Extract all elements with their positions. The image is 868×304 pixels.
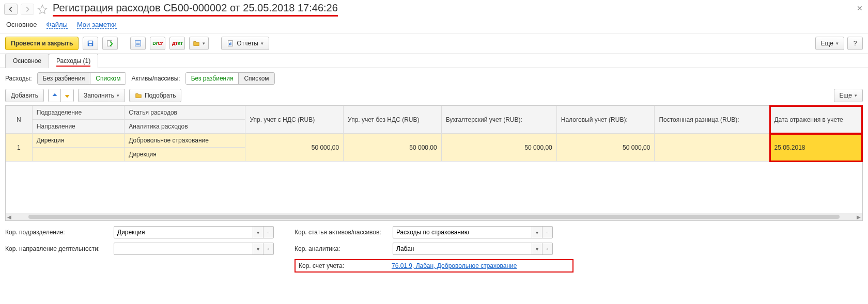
col-expense-analytics[interactable]: Аналитика расходов bbox=[125, 120, 245, 134]
more-label: Еще bbox=[821, 40, 833, 47]
cell-reflection-date[interactable]: 25.05.2018 bbox=[770, 134, 862, 162]
move-up-button[interactable] bbox=[49, 89, 61, 102]
svg-rect-10 bbox=[230, 42, 231, 45]
cell-tax[interactable]: 50 000,00 bbox=[556, 134, 655, 162]
table-more-label: Еще bbox=[840, 92, 852, 99]
post-and-close-label: Провести и закрыть bbox=[11, 40, 73, 47]
post-and-close-button[interactable]: Провести и закрыть bbox=[5, 37, 79, 50]
arrow-left-icon bbox=[7, 6, 14, 13]
corr-department-field[interactable] bbox=[114, 227, 253, 238]
col-mgmt-vat[interactable]: Упр. учет с НДС (RUB) bbox=[245, 106, 344, 134]
dtkt-icon: ДтКт bbox=[172, 41, 183, 46]
corr-asset-item-label: Кор. статья активов/пассивов: bbox=[295, 229, 388, 236]
cell-mgmt-novat[interactable]: 50 000,00 bbox=[344, 134, 442, 162]
col-expense-item[interactable]: Статья расходов bbox=[125, 106, 245, 120]
drcr-button[interactable]: DrCr bbox=[150, 37, 165, 50]
help-button[interactable]: ? bbox=[847, 37, 863, 50]
add-row-label: Добавить bbox=[11, 92, 38, 99]
cell-bookkeeping[interactable]: 50 000,00 bbox=[441, 134, 556, 162]
caret-icon: ▾ bbox=[203, 41, 205, 46]
document-title: Регистрация расходов СБ00-000002 от 25.0… bbox=[53, 2, 338, 17]
dropdown-button[interactable]: ▾ bbox=[532, 227, 542, 238]
folder-icon bbox=[193, 40, 200, 47]
table-empty-area[interactable] bbox=[6, 162, 862, 213]
post-button[interactable] bbox=[102, 37, 118, 50]
tab-main[interactable]: Основное bbox=[5, 54, 49, 68]
fill-button[interactable]: Заполнить ▾ bbox=[78, 89, 125, 102]
add-row-button[interactable]: Добавить bbox=[5, 89, 44, 102]
cell-expense-analytics[interactable]: Дирекция bbox=[125, 148, 245, 162]
open-ref-button[interactable]: ▫ bbox=[542, 243, 552, 254]
cell-department[interactable]: Дирекция bbox=[32, 134, 124, 148]
dropdown-button[interactable]: ▾ bbox=[253, 243, 263, 254]
reports-button[interactable]: Отчеты ▾ bbox=[221, 37, 269, 50]
link-tab-notes[interactable]: Мои заметки bbox=[77, 21, 117, 29]
close-button[interactable]: ✕ bbox=[857, 4, 863, 12]
col-perm-diff[interactable]: Постоянная разница (RUB): bbox=[655, 106, 770, 134]
corr-analytics-input[interactable]: ▾ ▫ bbox=[393, 243, 553, 255]
caret-icon: ▾ bbox=[836, 41, 839, 46]
horizontal-scrollbar[interactable]: ◀ ▶ bbox=[6, 213, 862, 220]
fill-label: Заполнить bbox=[84, 92, 114, 99]
save-icon bbox=[87, 40, 94, 47]
col-tax[interactable]: Налоговый учет (RUB): bbox=[556, 106, 655, 134]
assets-segment: Без разбиения Списком bbox=[185, 72, 275, 85]
assets-segment-label: Активы/пассивы: bbox=[131, 75, 180, 82]
star-icon[interactable] bbox=[37, 4, 48, 14]
table-more-button[interactable]: Еще ▾ bbox=[834, 89, 863, 102]
more-button[interactable]: Еще ▾ bbox=[815, 37, 844, 50]
tab-expenses[interactable]: Расходы (1) bbox=[49, 54, 98, 68]
corr-asset-item-field[interactable] bbox=[393, 227, 532, 238]
corr-department-label: Кор. подразделение: bbox=[5, 229, 109, 236]
corr-account-link[interactable]: 76.01.9, Лабан, Добровольное страхование bbox=[392, 262, 517, 269]
col-mgmt-novat[interactable]: Упр. учет без НДС (RUB) bbox=[344, 106, 442, 134]
dropdown-button[interactable]: ▾ bbox=[253, 227, 263, 238]
main-toolbar: Провести и закрыть DrCr ДтКт ▾ Отчеты ▾ … bbox=[0, 33, 868, 54]
cell-n[interactable]: 1 bbox=[6, 134, 32, 162]
cell-mgmt-vat[interactable]: 50 000,00 bbox=[245, 134, 344, 162]
open-ref-button[interactable]: ▫ bbox=[542, 227, 552, 238]
scroll-left-icon[interactable]: ◀ bbox=[6, 214, 13, 220]
drcr-icon: DrCr bbox=[152, 41, 163, 46]
table-row[interactable]: 1 Дирекция Добровольное страхование 50 0… bbox=[6, 134, 862, 148]
scroll-thumb[interactable] bbox=[28, 215, 840, 219]
corr-activity-field[interactable] bbox=[114, 243, 253, 254]
move-row-group bbox=[48, 89, 74, 102]
open-ref-button[interactable]: ▫ bbox=[263, 227, 273, 238]
col-n[interactable]: N bbox=[6, 106, 32, 134]
caret-icon: ▾ bbox=[855, 93, 857, 98]
cell-expense-item[interactable]: Добровольное страхование bbox=[125, 134, 245, 148]
col-bookkeeping[interactable]: Бухгалтерский учет (RUB): bbox=[441, 106, 556, 134]
col-reflection-date[interactable]: Дата отражения в учете bbox=[770, 106, 862, 134]
move-down-button[interactable] bbox=[61, 89, 73, 102]
corr-department-input[interactable]: ▾ ▫ bbox=[114, 226, 274, 238]
page-tabs: Основное Расходы (1) bbox=[0, 54, 868, 68]
open-ref-button[interactable]: ▫ bbox=[263, 243, 273, 254]
link-tab-files[interactable]: Файлы bbox=[47, 21, 68, 29]
col-direction[interactable]: Направление bbox=[32, 120, 124, 134]
corr-activity-input[interactable]: ▾ ▫ bbox=[114, 243, 274, 255]
forward-button[interactable] bbox=[21, 4, 34, 15]
save-button[interactable] bbox=[83, 37, 98, 50]
expenses-no-split-button[interactable]: Без разбиения bbox=[38, 73, 91, 84]
create-based-button[interactable]: ▾ bbox=[189, 37, 209, 50]
pick-button[interactable]: Подобрать bbox=[129, 89, 181, 102]
folder-open-icon bbox=[135, 92, 142, 99]
assets-list-button[interactable]: Списком bbox=[239, 73, 274, 84]
link-tab-main[interactable]: Основное bbox=[6, 21, 37, 29]
back-button[interactable] bbox=[4, 4, 18, 15]
report-icon bbox=[227, 40, 234, 47]
corr-analytics-field[interactable] bbox=[393, 243, 532, 254]
col-department[interactable]: Подразделение bbox=[32, 106, 124, 120]
help-icon: ? bbox=[854, 40, 857, 47]
dropdown-button[interactable]: ▾ bbox=[532, 243, 542, 254]
expenses-segment: Без разбиения Списком bbox=[37, 72, 127, 85]
cell-direction[interactable] bbox=[32, 148, 124, 162]
assets-no-split-button[interactable]: Без разбиения bbox=[186, 73, 239, 84]
structure-button[interactable] bbox=[130, 37, 146, 50]
corr-asset-item-input[interactable]: ▾ ▫ bbox=[393, 226, 553, 238]
cell-perm-diff[interactable] bbox=[655, 134, 770, 162]
scroll-right-icon[interactable]: ▶ bbox=[855, 214, 862, 220]
dtkt-button[interactable]: ДтКт bbox=[169, 37, 185, 50]
expenses-list-button[interactable]: Списком bbox=[90, 73, 126, 84]
